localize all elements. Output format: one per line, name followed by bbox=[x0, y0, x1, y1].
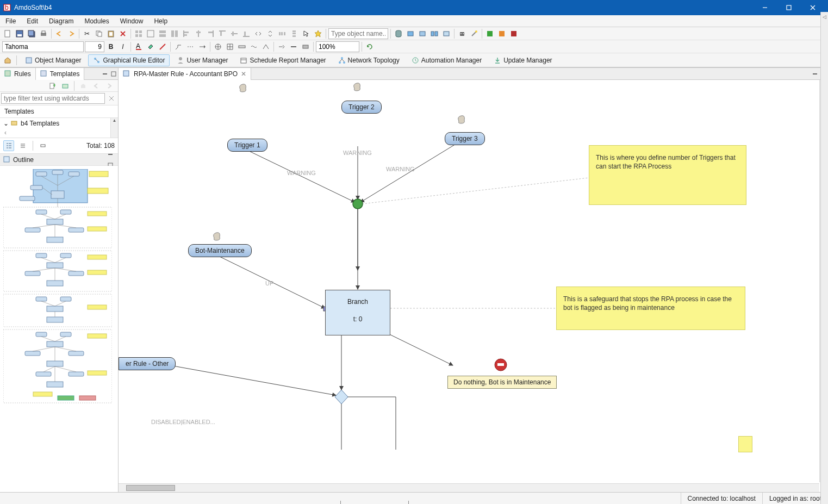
diagram-canvas[interactable]: Trigger 1 Trigger 2 Trigger 3 Bot-Mainte… bbox=[119, 80, 828, 492]
tab-automation-manager[interactable]: Automation Manager bbox=[407, 54, 487, 66]
font-color-icon[interactable]: A bbox=[133, 41, 144, 52]
scroll-left-icon[interactable]: ‹ bbox=[4, 129, 7, 136]
node-branch[interactable]: Branch t: 0 bbox=[325, 290, 390, 335]
node-bot-maintenance-msg[interactable]: Do nothing, Bot is in Maintenance bbox=[447, 376, 557, 389]
module1-icon[interactable] bbox=[405, 28, 416, 39]
lp-home-icon[interactable] bbox=[78, 80, 89, 91]
tab-network-topology[interactable]: Network Topology bbox=[333, 54, 404, 66]
sticky-safeguard[interactable]: This is a safeguard that stops the RPA p… bbox=[556, 287, 745, 330]
tree-scroll-up-icon[interactable]: ▲ bbox=[111, 118, 118, 123]
chevron-down-icon[interactable]: ⌄ bbox=[3, 120, 9, 127]
module4-icon[interactable] bbox=[441, 28, 452, 39]
pointer-icon[interactable] bbox=[301, 28, 312, 39]
module3-icon[interactable] bbox=[429, 28, 440, 39]
print-icon[interactable] bbox=[38, 28, 49, 39]
align-middle-icon[interactable] bbox=[229, 28, 240, 39]
object-name-input[interactable] bbox=[328, 28, 388, 39]
lp-new-icon[interactable]: + bbox=[47, 80, 58, 91]
save-icon[interactable] bbox=[14, 28, 25, 39]
tab-user-manager[interactable]: User Manager bbox=[172, 54, 233, 66]
font-name-input[interactable] bbox=[2, 41, 84, 52]
connector2-icon[interactable] bbox=[260, 41, 271, 52]
bold-icon[interactable]: B bbox=[105, 41, 116, 52]
close-tab-icon[interactable]: ✕ bbox=[241, 70, 246, 78]
module2-icon[interactable] bbox=[417, 28, 428, 39]
template-tree[interactable]: ⌄ b4 Templates ‹ › ▲ bbox=[0, 118, 118, 138]
tab-update-manager[interactable]: Update Manager bbox=[489, 54, 557, 66]
clear-filter-icon[interactable] bbox=[106, 93, 117, 104]
menu-file[interactable]: File bbox=[0, 15, 21, 27]
palette-expand-icon[interactable]: ◁ bbox=[821, 12, 828, 20]
save-all-icon[interactable] bbox=[26, 28, 37, 39]
horizontal-scrollbar[interactable] bbox=[119, 483, 819, 492]
layout2-icon[interactable] bbox=[157, 28, 168, 39]
arrow-dd-icon[interactable] bbox=[276, 41, 287, 52]
collapse-all-icon[interactable] bbox=[38, 140, 48, 151]
node-trigger-1[interactable]: Trigger 1 bbox=[227, 139, 267, 152]
menu-help[interactable]: Help bbox=[148, 15, 173, 27]
db-icon[interactable] bbox=[393, 28, 404, 39]
menu-modules[interactable]: Modules bbox=[79, 15, 114, 27]
node-rule-other[interactable]: er Rule - Other bbox=[119, 357, 176, 370]
bot-icon[interactable] bbox=[457, 28, 468, 39]
home-icon[interactable] bbox=[2, 55, 13, 66]
distribute-h-icon[interactable] bbox=[277, 28, 288, 39]
delete-icon[interactable] bbox=[117, 28, 128, 39]
tab-graphical-rule-editor[interactable]: Graphical Rule Editor bbox=[88, 54, 170, 66]
paste-icon[interactable] bbox=[105, 28, 116, 39]
lp-back-icon[interactable] bbox=[91, 80, 102, 91]
sticky-peek[interactable] bbox=[738, 436, 752, 452]
minimize-button[interactable] bbox=[753, 0, 777, 15]
flat-view-icon[interactable] bbox=[17, 140, 28, 151]
grid-icon[interactable] bbox=[133, 28, 144, 39]
snap-icon[interactable] bbox=[213, 41, 223, 52]
maximize-button[interactable] bbox=[777, 0, 801, 15]
line-dd-icon[interactable] bbox=[288, 41, 299, 52]
line-style-icon[interactable] bbox=[185, 41, 196, 52]
status-red-icon[interactable] bbox=[508, 28, 519, 39]
tab-schedule-report-manager[interactable]: Schedule Report Manager bbox=[235, 54, 331, 66]
tree-view-icon[interactable] bbox=[3, 140, 14, 151]
editor-tab-rpa-master[interactable]: RPA-Master Rule - Accountant BPO ✕ bbox=[119, 68, 251, 80]
router-icon[interactable] bbox=[173, 41, 184, 52]
outline-minimize-icon[interactable] bbox=[106, 149, 115, 160]
align-bottom-icon[interactable] bbox=[241, 28, 252, 39]
italic-icon[interactable]: I bbox=[117, 41, 128, 52]
outline-view[interactable] bbox=[0, 166, 118, 492]
star-icon[interactable] bbox=[313, 28, 323, 39]
ruler-icon[interactable] bbox=[236, 41, 247, 52]
status-orange-icon[interactable] bbox=[496, 28, 507, 39]
lp-tab-templates[interactable]: Templates bbox=[36, 68, 85, 80]
lp-maximize-icon[interactable] bbox=[109, 69, 118, 79]
distribute-v-icon[interactable] bbox=[289, 28, 300, 39]
editor-minimize-icon[interactable] bbox=[811, 69, 819, 79]
layout3-icon[interactable] bbox=[169, 28, 180, 39]
zoom-input[interactable] bbox=[316, 41, 359, 52]
align-center-icon[interactable] bbox=[193, 28, 204, 39]
menu-diagram[interactable]: Diagram bbox=[43, 15, 79, 27]
fill-color-icon[interactable] bbox=[145, 41, 156, 52]
redo-icon[interactable] bbox=[66, 28, 77, 39]
node-bot-maintenance[interactable]: Bot-Maintenance bbox=[188, 244, 252, 257]
font-size-input[interactable] bbox=[85, 41, 104, 52]
line-color-icon[interactable] bbox=[157, 41, 168, 52]
cut-icon[interactable]: ✂ bbox=[82, 28, 92, 39]
align-left-icon[interactable] bbox=[181, 28, 192, 39]
same-height-icon[interactable] bbox=[265, 28, 276, 39]
undo-icon[interactable] bbox=[54, 28, 65, 39]
lp-minimize-icon[interactable] bbox=[101, 69, 109, 79]
grid-toggle-icon[interactable] bbox=[225, 41, 235, 52]
wand-icon[interactable] bbox=[469, 28, 480, 39]
layout1-icon[interactable] bbox=[145, 28, 156, 39]
tab-object-manager[interactable]: Object Manager bbox=[20, 54, 86, 66]
align-top-icon[interactable] bbox=[217, 28, 228, 39]
copy-icon[interactable] bbox=[94, 28, 104, 39]
arrow-style-icon[interactable] bbox=[197, 41, 208, 52]
same-width-icon[interactable] bbox=[253, 28, 264, 39]
align-right-icon[interactable] bbox=[205, 28, 216, 39]
node-trigger-2[interactable]: Trigger 2 bbox=[341, 101, 382, 114]
lp-tab-rules[interactable]: Rules bbox=[0, 68, 36, 80]
new-icon[interactable] bbox=[2, 28, 13, 39]
node-trigger-3[interactable]: Trigger 3 bbox=[445, 132, 485, 145]
status-green-icon[interactable] bbox=[484, 28, 495, 39]
